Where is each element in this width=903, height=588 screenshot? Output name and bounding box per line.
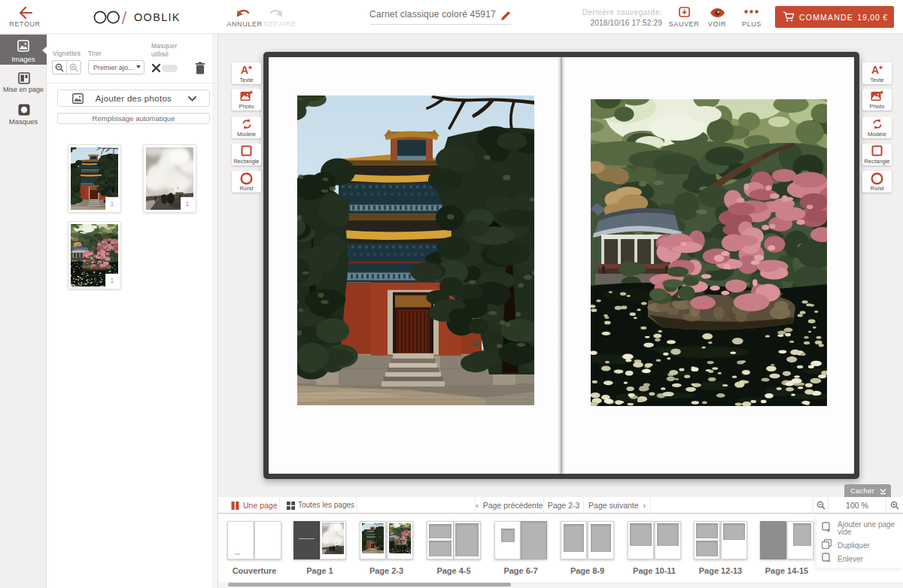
- svg-text:A: A: [241, 64, 248, 75]
- svg-text:A: A: [871, 64, 879, 75]
